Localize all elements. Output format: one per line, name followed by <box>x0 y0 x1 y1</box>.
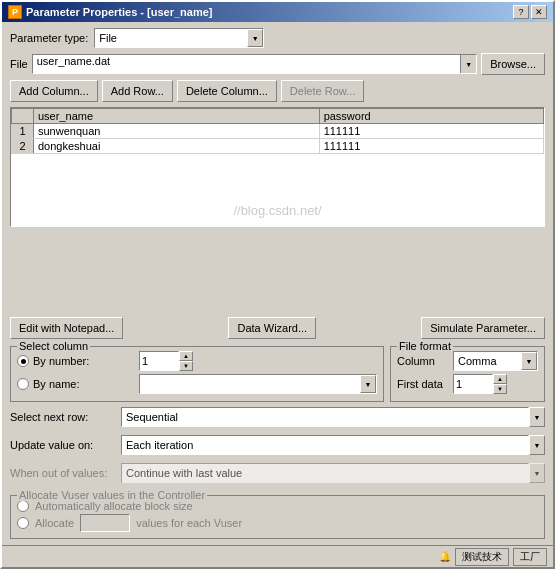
allocate-group-label: Allocate Vuser values in the Controller <box>17 489 207 501</box>
first-data-spinbox-btns: ▲ ▼ <box>493 374 507 394</box>
select-next-row-dropdown[interactable]: Sequential ▼ <box>121 407 545 427</box>
status-icon1: 🔔 <box>439 551 451 562</box>
title-bar: P Parameter Properties - [user_name] ? ✕ <box>2 2 553 22</box>
spinbox-buttons: ▲ ▼ <box>179 351 193 371</box>
param-type-dropdown[interactable]: File ▼ <box>94 28 264 48</box>
param-type-label: Parameter type: <box>10 32 88 44</box>
when-out-dropdown: Continue with last value ▼ <box>121 463 545 483</box>
first-data-spin-up[interactable]: ▲ <box>493 374 507 384</box>
data-wizard-button[interactable]: Data Wizard... <box>228 317 316 339</box>
auto-allocate-radio <box>17 500 29 512</box>
window-icon: P <box>8 5 22 19</box>
param-type-arrow[interactable]: ▼ <box>247 29 263 47</box>
select-next-row-arrow[interactable]: ▼ <box>529 407 545 427</box>
by-name-text: By name: <box>33 378 133 390</box>
file-input-box: user_name.dat ▼ <box>32 54 477 74</box>
by-number-text: By number: <box>33 355 133 367</box>
data-table-container[interactable]: user_name password 1 sunwenquan 111111 2… <box>10 107 545 227</box>
by-number-radio[interactable] <box>17 355 29 367</box>
browse-button[interactable]: Browse... <box>481 53 545 75</box>
by-name-arrow[interactable]: ▼ <box>360 375 376 393</box>
param-type-row: Parameter type: File ▼ <box>10 28 545 48</box>
content-area: Parameter type: File ▼ File user_name.da… <box>2 22 553 545</box>
by-number-spinbox: ▲ ▼ <box>139 351 193 371</box>
table-row[interactable]: 1 sunwenquan 111111 <box>12 124 544 139</box>
update-value-dropdown[interactable]: Each iteration ▼ <box>121 435 545 455</box>
status-icons: 🔔 <box>439 551 451 562</box>
table-row[interactable]: 2 dongkeshuai 111111 <box>12 139 544 154</box>
file-dropdown-btn[interactable]: ▼ <box>460 55 476 73</box>
row-num: 1 <box>12 124 34 139</box>
select-next-row-label: Select next row: <box>10 411 115 423</box>
file-input-text[interactable]: user_name.dat <box>33 55 460 73</box>
file-label: File <box>10 58 28 70</box>
when-out-row: When out of values: Continue with last v… <box>10 463 545 483</box>
update-value-arrow[interactable]: ▼ <box>529 435 545 455</box>
status-bar: 🔔 测试技术 工厂 <box>2 545 553 567</box>
add-row-button[interactable]: Add Row... <box>102 80 173 102</box>
first-data-row: First data ▲ ▼ <box>397 374 538 394</box>
edit-notepad-button[interactable]: Edit with Notepad... <box>10 317 123 339</box>
first-data-spin-down[interactable]: ▼ <box>493 384 507 394</box>
file-format-label: File format <box>397 340 453 352</box>
column-format-row: Column Comma ▼ <box>397 351 538 371</box>
header-row: user_name password <box>12 109 544 124</box>
by-name-radio[interactable] <box>17 378 29 390</box>
allocate-input <box>80 514 130 532</box>
values-label: values for each Vuser <box>136 517 242 529</box>
allocate-group: Allocate Vuser values in the Controller … <box>10 495 545 539</box>
header-num <box>12 109 34 124</box>
first-data-spinbox: ▲ ▼ <box>453 374 507 394</box>
by-name-radio-label: By name: <box>17 378 133 390</box>
close-button[interactable]: ✕ <box>531 5 547 19</box>
by-number-radio-dot <box>21 359 26 364</box>
select-next-row: Select next row: Sequential ▼ <box>10 407 545 427</box>
table-wrapper: user_name password 1 sunwenquan 111111 2… <box>10 107 545 312</box>
by-number-row: By number: ▲ ▼ <box>17 351 377 371</box>
auto-allocate-row: Automatically allocate block size <box>17 500 538 512</box>
allocate-row: Allocate values for each Vuser <box>17 514 538 532</box>
allocate-radio <box>17 517 29 529</box>
column-format-label: Column <box>397 355 447 367</box>
select-column-group: Select column By number: ▲ ▼ <box>10 346 384 402</box>
update-value-label: Update value on: <box>10 439 115 451</box>
cell-password[interactable]: 111111 <box>319 139 543 154</box>
table-header: user_name password <box>12 109 544 124</box>
delete-column-button[interactable]: Delete Column... <box>177 80 277 102</box>
spin-down-btn[interactable]: ▼ <box>179 361 193 371</box>
status-item-1: 测试技术 <box>455 548 509 566</box>
bottom-buttons-row: Edit with Notepad... Data Wizard... Simu… <box>10 317 545 339</box>
cell-user-name[interactable]: dongkeshuai <box>34 139 320 154</box>
header-password: password <box>319 109 543 124</box>
by-name-dropdown[interactable]: ▼ <box>139 374 377 394</box>
help-button[interactable]: ? <box>513 5 529 19</box>
main-window: P Parameter Properties - [user_name] ? ✕… <box>0 0 555 569</box>
when-out-arrow: ▼ <box>529 463 545 483</box>
allocate-text-label: Allocate <box>35 517 74 529</box>
status-item-2: 工厂 <box>513 548 547 566</box>
file-format-group: File format Column Comma ▼ First data ▲ … <box>390 346 545 402</box>
add-column-button[interactable]: Add Column... <box>10 80 98 102</box>
title-bar-buttons: ? ✕ <box>513 5 547 19</box>
column-format-arrow[interactable]: ▼ <box>521 352 537 370</box>
select-column-label: Select column <box>17 340 90 352</box>
toolbar-row: Add Column... Add Row... Delete Column..… <box>10 80 545 102</box>
table-body: 1 sunwenquan 111111 2 dongkeshuai 111111 <box>12 124 544 154</box>
header-user-name: user_name <box>34 109 320 124</box>
cell-password[interactable]: 111111 <box>319 124 543 139</box>
row-num: 2 <box>12 139 34 154</box>
simulate-button[interactable]: Simulate Parameter... <box>421 317 545 339</box>
delete-row-button[interactable]: Delete Row... <box>281 80 364 102</box>
file-row: File user_name.dat ▼ Browse... <box>10 53 545 75</box>
spin-up-btn[interactable]: ▲ <box>179 351 193 361</box>
by-number-input[interactable] <box>139 351 179 371</box>
bottom-sections: Select column By number: ▲ ▼ <box>10 344 545 402</box>
title-bar-text: P Parameter Properties - [user_name] <box>8 5 212 19</box>
cell-user-name[interactable]: sunwenquan <box>34 124 320 139</box>
column-format-dropdown[interactable]: Comma ▼ <box>453 351 538 371</box>
first-data-label: First data <box>397 378 447 390</box>
first-data-input[interactable] <box>453 374 493 394</box>
auto-allocate-label: Automatically allocate block size <box>35 500 193 512</box>
by-name-row: By name: ▼ <box>17 374 377 394</box>
when-out-label: When out of values: <box>10 467 115 479</box>
